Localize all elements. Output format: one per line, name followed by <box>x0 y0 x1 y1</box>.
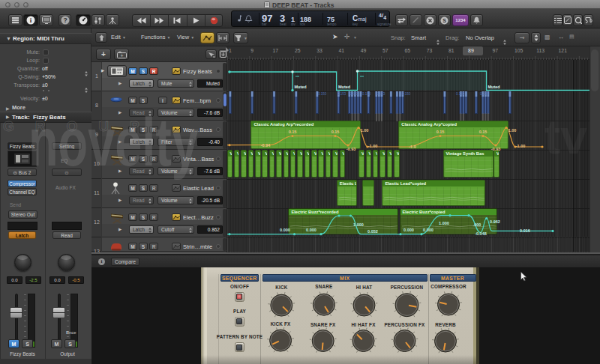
svg-text:0.15: 0.15 <box>436 130 445 134</box>
svg-text:0.15: 0.15 <box>289 130 297 134</box>
svg-text:0.962: 0.962 <box>490 219 500 224</box>
svg-text:1.000: 1.000 <box>439 221 449 225</box>
svg-text:-1.00: -1.00 <box>516 144 526 148</box>
svg-text:0.000: 0.000 <box>404 228 414 232</box>
svg-text:0.000: 0.000 <box>280 228 290 232</box>
svg-text:-0.93: -0.93 <box>491 147 501 151</box>
svg-text:Muted: Muted <box>488 85 500 89</box>
svg-text:.000: .000 <box>473 222 482 227</box>
svg-text:0.000: 0.000 <box>306 228 316 232</box>
svg-text:1.00: 1.00 <box>508 128 517 133</box>
svg-text:0.15: 0.15 <box>332 130 340 134</box>
svg-text:0.000: 0.000 <box>423 228 434 232</box>
svg-text:-0.93: -0.93 <box>346 147 356 151</box>
svg-text:0.016: 0.016 <box>520 228 530 233</box>
svg-text:1.000: 1.000 <box>353 222 364 227</box>
svg-text:-0.048: -0.048 <box>475 231 487 236</box>
svg-text:-1.0: -1.0 <box>409 145 416 149</box>
svg-text:1.00: 1.00 <box>361 128 369 133</box>
svg-text:0.052: 0.052 <box>368 229 378 234</box>
svg-text:0.15: 0.15 <box>479 130 488 134</box>
svg-text:-1.00: -1.00 <box>368 144 378 148</box>
svg-text:Muted: Muted <box>295 85 307 89</box>
svg-text:Muted: Muted <box>338 85 350 89</box>
svg-text:-0.94: -0.94 <box>261 143 271 148</box>
